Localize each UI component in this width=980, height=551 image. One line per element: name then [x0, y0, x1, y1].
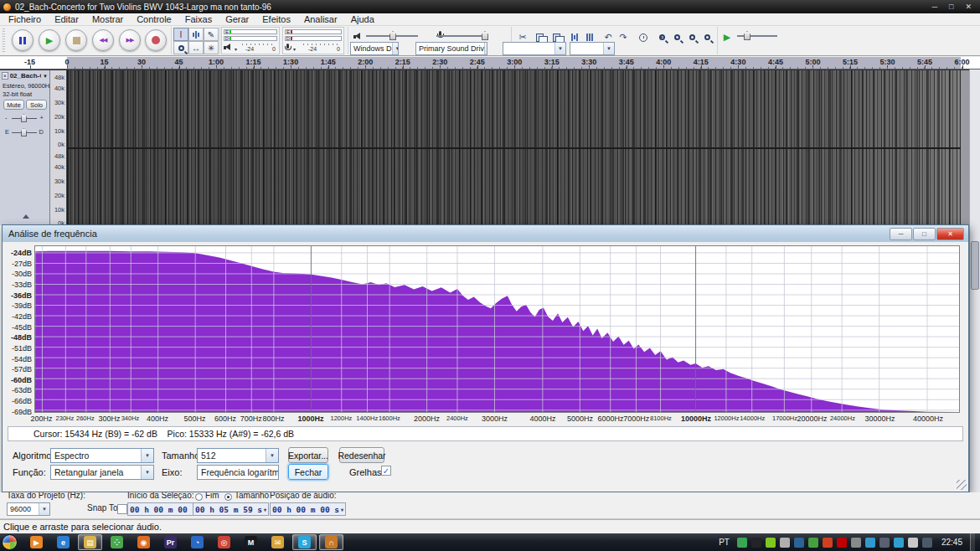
tray-icon[interactable] [766, 538, 776, 548]
language-indicator[interactable]: PT [719, 538, 730, 547]
size-dropdown[interactable]: 512▼ [197, 448, 279, 463]
taskbar-internet-explorer[interactable]: e [51, 534, 75, 550]
tray-icon[interactable] [894, 538, 904, 548]
output-device-dropdown[interactable]: Primary Sound Driv▼ [415, 42, 487, 55]
spectrogram-channel-left[interactable] [67, 70, 961, 147]
taskbar-skype[interactable]: S [292, 534, 317, 550]
skip-to-start-button[interactable]: ◀◀ [92, 29, 114, 51]
draw-tool-button[interactable]: ✎ [204, 28, 219, 41]
end-radio[interactable] [195, 493, 203, 501]
menu-faixas[interactable]: Faixas [178, 13, 219, 26]
menu-gerar[interactable]: Gerar [219, 13, 255, 26]
spectrogram-channel-right[interactable] [67, 149, 961, 225]
zoom-tool-button[interactable] [173, 41, 188, 54]
title-bar[interactable]: 02_Bach-Concerto for Two Violins BWV 104… [0, 0, 980, 13]
track-collapse-icon[interactable] [23, 214, 29, 219]
tray-icon[interactable] [837, 538, 847, 548]
record-button[interactable] [145, 29, 167, 51]
audio-host-dropdown[interactable]: Windows D▼ [350, 42, 399, 55]
taskbar-media-player[interactable]: ▶ [24, 534, 49, 550]
taskbar-quicktime[interactable]: ◔ [185, 534, 209, 550]
track-close-button[interactable]: × [2, 72, 8, 80]
axis-dropdown[interactable]: Frequência logarítmica▼ [197, 465, 279, 480]
envelope-tool-button[interactable] [188, 28, 204, 41]
minimize-button[interactable]: ─ [932, 3, 937, 11]
taskbar-network-places[interactable]: ⁘ [105, 534, 129, 550]
gain-slider[interactable]: - + [5, 113, 44, 123]
dropdown-arrow-icon[interactable]: ▾ [235, 46, 237, 52]
tray-icon[interactable] [922, 538, 932, 548]
slider-thumb[interactable] [744, 31, 750, 40]
taskbar-firefox[interactable]: ◉ [132, 534, 156, 550]
track-control-panel[interactable]: × 02_Bach-Co ▼ Estéreo, 96000Hz 32-bit f… [0, 70, 50, 225]
spectrum-plot[interactable] [34, 245, 960, 413]
timeshift-tool-button[interactable]: ↔ [188, 41, 204, 54]
play-button[interactable]: ▶ [39, 29, 60, 51]
playback-speed-slider[interactable] [737, 35, 777, 37]
menu-mostrar[interactable]: Mostrar [85, 13, 130, 26]
recording-meter[interactable]: E D ▾-240 [282, 27, 344, 54]
dialog-resize-grip[interactable] [957, 480, 967, 490]
pause-button[interactable] [12, 29, 34, 51]
pan-slider[interactable]: E D [5, 127, 44, 137]
close-dialog-button[interactable]: Fechar [288, 464, 328, 480]
slider-thumb[interactable] [21, 114, 27, 122]
spectrum-curve[interactable] [35, 246, 959, 412]
tray-icon[interactable] [737, 538, 747, 548]
snap-to-checkbox[interactable] [117, 504, 127, 514]
solo-button[interactable]: Solo [26, 100, 47, 110]
tray-icon[interactable] [823, 538, 833, 548]
taskbar-premiere[interactable]: Pr [158, 534, 183, 550]
spectrogram-view[interactable] [67, 70, 969, 225]
menu-ajuda[interactable]: Ajuda [344, 13, 381, 26]
taskbar-chrome[interactable]: ◎ [212, 534, 236, 550]
vertical-scrollbar[interactable] [969, 70, 980, 492]
grids-checkbox[interactable]: ✓ [381, 466, 391, 476]
slider-thumb[interactable] [482, 31, 488, 40]
zoom-out-button[interactable]: - [670, 31, 683, 44]
slider-thumb[interactable] [389, 31, 396, 40]
selection-length-field[interactable]: 00 h 05 m 59 s▾ [193, 502, 269, 516]
dropdown-arrow-icon[interactable]: ▾ [293, 46, 296, 52]
scrollbar-thumb[interactable] [971, 241, 979, 290]
spinner-icon[interactable]: ▾ [341, 507, 343, 512]
slider-thumb[interactable] [21, 128, 27, 136]
input-channels-dropdown[interactable]: ▼ [570, 42, 615, 55]
menu-analisar[interactable]: Analisar [297, 13, 344, 26]
taskbar-audacity[interactable]: ∩ [319, 534, 343, 550]
function-dropdown[interactable]: Retangular janela▼ [50, 465, 154, 480]
menu-controle[interactable]: Controle [130, 13, 178, 26]
selection-tool-button[interactable]: I [173, 28, 188, 41]
redo-button[interactable]: ↷ [616, 31, 630, 44]
start-button[interactable] [2, 534, 18, 550]
project-rate-dropdown[interactable]: 96000▼ [7, 502, 50, 516]
multi-tool-button[interactable]: ✳ [204, 41, 219, 54]
tray-icon[interactable] [851, 538, 861, 548]
dialog-maximize-button[interactable]: □ [913, 228, 936, 240]
show-desktop-button[interactable] [970, 533, 975, 551]
input-device-dropdown[interactable]: ▼ [503, 42, 566, 55]
dialog-title-bar[interactable]: Análise de frequência ─ □ ✕ [3, 225, 968, 242]
play-at-speed-button[interactable]: ▶ [720, 31, 734, 44]
output-volume-slider[interactable] [366, 35, 418, 37]
close-button[interactable]: ✕ [965, 3, 972, 11]
tray-icon[interactable] [808, 538, 818, 548]
mute-button[interactable]: Mute [3, 100, 24, 110]
stop-button[interactable] [65, 29, 87, 51]
taskbar-mail[interactable]: ✉ [266, 534, 290, 550]
transport-grip[interactable] [2, 28, 5, 53]
zoom-in-button[interactable]: + [655, 31, 668, 44]
replot-button[interactable]: Redesenhar [339, 447, 384, 463]
tray-icon[interactable] [751, 538, 761, 548]
tray-icon[interactable] [908, 538, 918, 548]
input-volume-slider[interactable] [436, 35, 488, 37]
dialog-close-button[interactable]: ✕ [936, 228, 964, 240]
fit-selection-button[interactable] [685, 31, 699, 44]
tray-icon[interactable] [865, 538, 875, 548]
tray-icon[interactable] [780, 538, 790, 548]
menu-ficheiro[interactable]: Ficheiro [2, 13, 48, 26]
track-menu-arrow-icon[interactable]: ▼ [43, 74, 48, 79]
taskbar-clock[interactable]: 22:45 [941, 538, 962, 547]
export-button[interactable]: Exportar... [288, 447, 328, 463]
audio-position-field[interactable]: 00 h 00 m 00 s▾ [270, 502, 346, 516]
